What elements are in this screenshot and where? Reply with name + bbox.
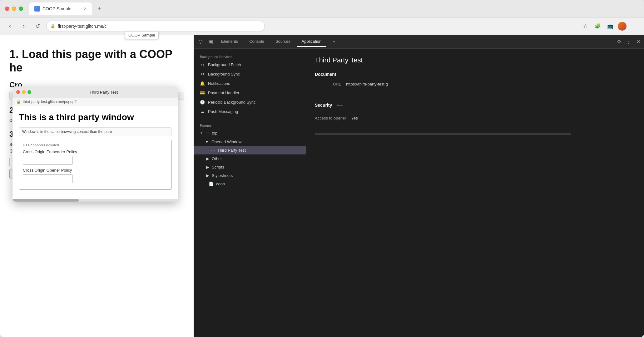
- popup-window: Third Party Test 🔒 third-party-test.glit…: [12, 86, 178, 202]
- popup-url-text: third-party-test.glitch.me/popup?: [23, 100, 77, 104]
- forward-button[interactable]: ›: [19, 21, 29, 31]
- coop-label: coop: [216, 182, 225, 186]
- top-frame-icon: ▭: [206, 131, 209, 135]
- nav-right-actions: ☆ 🧩 📺 ⋮: [580, 21, 639, 31]
- url-row: URL https://third-party-test.g: [315, 82, 635, 86]
- tab-more[interactable]: »: [328, 37, 340, 47]
- profile-avatar[interactable]: [618, 22, 627, 31]
- other-item[interactable]: ▶ Other: [194, 154, 306, 163]
- url-key: URL: [315, 82, 346, 86]
- field1-input[interactable]: [23, 156, 73, 165]
- tab-close-button[interactable]: ✕: [84, 7, 87, 11]
- active-tab[interactable]: 🔷 COOP Sample ✕: [29, 2, 92, 15]
- security-section: Security ←: [315, 99, 635, 111]
- new-tab-button[interactable]: +: [94, 4, 104, 14]
- popup-lock-icon: 🔒: [16, 100, 21, 104]
- field2-input[interactable]: [23, 174, 73, 183]
- fieldset-legend: HTTP headers included: [23, 143, 168, 147]
- security-label: Security: [315, 103, 332, 108]
- access-to-opener-row: Access to opener Yes: [315, 116, 635, 120]
- address-bar[interactable]: 🔒 first-party-test.glitch.me/c COOP Samp…: [46, 21, 265, 32]
- tab-application[interactable]: Application: [297, 37, 327, 47]
- popup-close-button[interactable]: [16, 90, 20, 94]
- opened-windows-header[interactable]: ▼ Opened Windows: [194, 138, 306, 146]
- devtools-settings-icon[interactable]: ⚙: [616, 37, 622, 46]
- stylesheets-label: Stylesheets: [212, 173, 233, 178]
- close-window-button[interactable]: [5, 7, 9, 11]
- stylesheets-item[interactable]: ▶ Stylesheets: [194, 171, 306, 180]
- sidebar-item-background-fetch[interactable]: ↑↓ Background Fetch: [194, 60, 306, 69]
- tab-favicon: 🔷: [34, 6, 40, 12]
- stylesheets-chevron-icon: ▶: [206, 173, 209, 178]
- sidebar-item-notifications[interactable]: 🔔 Notifications: [194, 79, 306, 88]
- minimize-window-button[interactable]: [12, 7, 16, 11]
- divider: [315, 93, 635, 93]
- background-services-label: Background Services: [194, 52, 306, 60]
- background-sync-icon: ↻: [200, 71, 205, 76]
- bookmark-button[interactable]: ☆: [580, 21, 590, 31]
- more-menu-button[interactable]: ⋮: [629, 21, 639, 31]
- panel-title: Third Party Test: [315, 56, 635, 64]
- third-party-test-item[interactable]: ▭ Third Party Test: [194, 146, 306, 154]
- sidebar-item-push-messaging[interactable]: ☁ Push Messaging: [194, 107, 306, 116]
- sidebar-label-payment-handler: Payment Handler: [208, 90, 239, 95]
- devtools-device-icon[interactable]: ▣: [206, 37, 215, 46]
- frames-tree: ▼ ▭ top ▼ Opened Windows ▭ Third Par: [194, 129, 306, 188]
- coop-file-icon: 📄: [209, 182, 214, 186]
- field2-label: Cross Origin Opener Policy: [23, 168, 168, 173]
- periodic-background-sync-icon: 🕐: [200, 100, 205, 105]
- tab-title: COOP Sample: [42, 6, 71, 11]
- cast-button[interactable]: 📺: [605, 21, 615, 31]
- content-scrollbar[interactable]: [315, 133, 571, 135]
- popup-scrollbar-thumb: [12, 199, 79, 202]
- tab-console[interactable]: Console: [244, 37, 269, 47]
- devtools-more-icon[interactable]: ⋮: [625, 37, 632, 46]
- sidebar-label-push-messaging: Push Messaging: [208, 109, 238, 114]
- popup-maximize-button[interactable]: [27, 90, 31, 94]
- popup-info-box: Window is in the same browsing context t…: [19, 127, 172, 136]
- other-label: Other: [212, 156, 222, 161]
- sidebar-label-background-fetch: Background Fetch: [208, 62, 241, 67]
- url-tooltip: COOP Sample: [125, 31, 159, 39]
- scripts-item[interactable]: ▶ Scripts: [194, 163, 306, 171]
- popup-title: Third Party Test: [90, 90, 118, 95]
- opened-windows-label: Opened Windows: [211, 139, 244, 144]
- back-button[interactable]: ‹: [5, 21, 15, 31]
- sidebar-item-periodic-background-sync[interactable]: 🕐 Periodic Background Sync: [194, 97, 306, 107]
- url-value: https://third-party-test.g: [346, 82, 388, 86]
- devtools-inspect-icon[interactable]: ⬡: [196, 37, 205, 46]
- sidebar-label-background-sync: Background Sync: [208, 72, 240, 76]
- notifications-icon: 🔔: [200, 81, 205, 86]
- frames-section-label: Frames: [194, 121, 306, 129]
- devtools-main-panel: Third Party Test Document URL https://th…: [306, 49, 644, 337]
- content-area: 1. Load this page with a COOPhe Cro htt …: [0, 35, 644, 337]
- top-frame-header[interactable]: ▼ ▭ top: [194, 129, 306, 138]
- sidebar-item-payment-handler[interactable]: 💳 Payment Handler: [194, 88, 306, 97]
- devtools-close-icon[interactable]: ✕: [635, 37, 642, 46]
- payment-handler-icon: 💳: [200, 90, 205, 95]
- document-section-label: Document: [315, 72, 635, 77]
- popup-urlbar: 🔒 third-party-test.glitch.me/popup?: [12, 98, 178, 106]
- page-heading: 1. Load this page with a COOPhe: [9, 47, 184, 74]
- webpage: 1. Load this page with a COOPhe Cro htt …: [0, 35, 194, 337]
- red-arrow-icon: ←: [334, 99, 344, 111]
- tab-elements[interactable]: Elements: [216, 37, 243, 47]
- reload-button[interactable]: ↺: [32, 21, 42, 31]
- maximize-window-button[interactable]: [19, 7, 23, 11]
- third-party-test-label: Third Party Test: [217, 148, 246, 153]
- popup-heading: This is a third party window: [19, 112, 172, 122]
- popup-minimize-button[interactable]: [22, 90, 26, 94]
- sidebar-label-periodic-background-sync: Periodic Background Sync: [208, 100, 255, 105]
- devtools-body: Background Services ↑↓ Background Fetch …: [194, 49, 644, 337]
- popup-traffic-lights: [16, 90, 31, 94]
- tab-sources[interactable]: Sources: [270, 37, 295, 47]
- url-text: first-party-test.glitch.me/c: [58, 24, 107, 29]
- extensions-button[interactable]: 🧩: [593, 21, 603, 31]
- field1-label: Cross Origin Embedder Policy: [23, 149, 168, 154]
- popup-scrollbar[interactable]: [12, 199, 178, 202]
- popup-titlebar: Third Party Test: [12, 86, 178, 98]
- devtools-sidebar: Background Services ↑↓ Background Fetch …: [194, 49, 306, 337]
- coop-item[interactable]: 📄 coop: [194, 180, 306, 188]
- opened-windows-chevron-icon: ▼: [200, 139, 209, 144]
- sidebar-item-background-sync[interactable]: ↻ Background Sync: [194, 69, 306, 79]
